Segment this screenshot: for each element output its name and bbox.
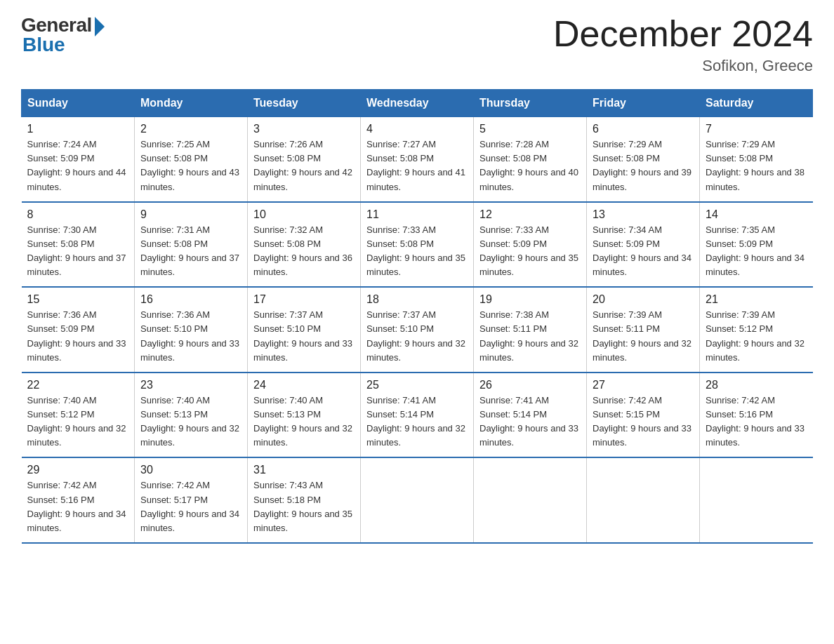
day-number: 7 <box>706 123 807 135</box>
day-info: Sunrise: 7:29 AMSunset: 5:08 PMDaylight:… <box>593 139 691 192</box>
day-number: 30 <box>140 464 241 476</box>
calendar-cell: 18 Sunrise: 7:37 AMSunset: 5:10 PMDaylig… <box>361 287 474 373</box>
day-number: 28 <box>706 379 807 391</box>
calendar-week-row: 15 Sunrise: 7:36 AMSunset: 5:09 PMDaylig… <box>22 287 813 373</box>
calendar-cell: 20 Sunrise: 7:39 AMSunset: 5:11 PMDaylig… <box>587 287 700 373</box>
day-number: 8 <box>27 208 129 221</box>
day-info: Sunrise: 7:30 AMSunset: 5:08 PMDaylight:… <box>27 224 126 277</box>
day-info: Sunrise: 7:42 AMSunset: 5:15 PMDaylight:… <box>593 395 691 448</box>
day-info: Sunrise: 7:42 AMSunset: 5:16 PMDaylight:… <box>706 395 805 448</box>
column-header-friday: Friday <box>587 90 700 117</box>
calendar-cell: 14 Sunrise: 7:35 AMSunset: 5:09 PMDaylig… <box>700 202 813 288</box>
day-number: 15 <box>27 293 129 306</box>
calendar-cell: 23 Sunrise: 7:40 AMSunset: 5:13 PMDaylig… <box>135 373 248 458</box>
calendar-cell: 5 Sunrise: 7:28 AMSunset: 5:08 PMDayligh… <box>474 117 587 202</box>
day-info: Sunrise: 7:28 AMSunset: 5:08 PMDaylight:… <box>479 139 578 192</box>
day-number: 9 <box>140 208 241 221</box>
calendar-table: SundayMondayTuesdayWednesdayThursdayFrid… <box>21 89 813 544</box>
calendar-cell: 27 Sunrise: 7:42 AMSunset: 5:15 PMDaylig… <box>587 373 700 458</box>
column-header-wednesday: Wednesday <box>361 90 474 117</box>
calendar-week-row: 22 Sunrise: 7:40 AMSunset: 5:12 PMDaylig… <box>22 373 813 458</box>
day-info: Sunrise: 7:37 AMSunset: 5:10 PMDaylight:… <box>366 309 465 362</box>
calendar-cell <box>700 457 813 543</box>
day-info: Sunrise: 7:33 AMSunset: 5:09 PMDaylight:… <box>479 224 578 277</box>
day-info: Sunrise: 7:41 AMSunset: 5:14 PMDaylight:… <box>366 395 465 448</box>
day-number: 25 <box>366 379 468 391</box>
day-number: 18 <box>366 293 468 306</box>
day-info: Sunrise: 7:37 AMSunset: 5:10 PMDaylight:… <box>253 309 352 362</box>
calendar-cell: 17 Sunrise: 7:37 AMSunset: 5:10 PMDaylig… <box>248 287 361 373</box>
day-info: Sunrise: 7:38 AMSunset: 5:11 PMDaylight:… <box>479 309 578 362</box>
day-info: Sunrise: 7:35 AMSunset: 5:09 PMDaylight:… <box>706 224 805 277</box>
logo-arrow-icon <box>95 17 105 36</box>
calendar-cell: 19 Sunrise: 7:38 AMSunset: 5:11 PMDaylig… <box>474 287 587 373</box>
calendar-cell: 21 Sunrise: 7:39 AMSunset: 5:12 PMDaylig… <box>700 287 813 373</box>
day-info: Sunrise: 7:33 AMSunset: 5:08 PMDaylight:… <box>366 224 465 277</box>
calendar-cell: 30 Sunrise: 7:42 AMSunset: 5:17 PMDaylig… <box>135 457 248 543</box>
day-info: Sunrise: 7:24 AMSunset: 5:09 PMDaylight:… <box>27 139 126 192</box>
logo: General Blue <box>21 14 105 56</box>
calendar-cell: 11 Sunrise: 7:33 AMSunset: 5:08 PMDaylig… <box>361 202 474 288</box>
day-number: 24 <box>253 379 355 391</box>
day-info: Sunrise: 7:40 AMSunset: 5:12 PMDaylight:… <box>27 395 126 448</box>
calendar-cell: 13 Sunrise: 7:34 AMSunset: 5:09 PMDaylig… <box>587 202 700 288</box>
calendar-cell <box>587 457 700 543</box>
column-header-saturday: Saturday <box>700 90 813 117</box>
calendar-header-row: SundayMondayTuesdayWednesdayThursdayFrid… <box>22 90 813 117</box>
calendar-cell: 26 Sunrise: 7:41 AMSunset: 5:14 PMDaylig… <box>474 373 587 458</box>
calendar-cell: 3 Sunrise: 7:26 AMSunset: 5:08 PMDayligh… <box>248 117 361 202</box>
day-info: Sunrise: 7:27 AMSunset: 5:08 PMDaylight:… <box>366 139 465 192</box>
calendar-cell: 2 Sunrise: 7:25 AMSunset: 5:08 PMDayligh… <box>135 117 248 202</box>
day-number: 23 <box>140 379 241 391</box>
day-info: Sunrise: 7:39 AMSunset: 5:12 PMDaylight:… <box>706 309 805 362</box>
day-info: Sunrise: 7:42 AMSunset: 5:17 PMDaylight:… <box>140 480 239 532</box>
calendar-cell <box>474 457 587 543</box>
day-number: 20 <box>593 293 694 306</box>
day-number: 29 <box>27 464 129 476</box>
day-info: Sunrise: 7:40 AMSunset: 5:13 PMDaylight:… <box>140 395 239 448</box>
logo-blue-text: Blue <box>22 34 65 56</box>
calendar-cell: 4 Sunrise: 7:27 AMSunset: 5:08 PMDayligh… <box>361 117 474 202</box>
day-number: 13 <box>593 208 694 221</box>
day-number: 27 <box>593 379 694 391</box>
day-info: Sunrise: 7:36 AMSunset: 5:09 PMDaylight:… <box>27 309 126 362</box>
day-info: Sunrise: 7:31 AMSunset: 5:08 PMDaylight:… <box>140 224 239 277</box>
calendar-cell: 24 Sunrise: 7:40 AMSunset: 5:13 PMDaylig… <box>248 373 361 458</box>
day-number: 4 <box>366 123 468 135</box>
month-title: December 2024 <box>553 14 813 54</box>
calendar-week-row: 1 Sunrise: 7:24 AMSunset: 5:09 PMDayligh… <box>22 117 813 202</box>
calendar-cell: 9 Sunrise: 7:31 AMSunset: 5:08 PMDayligh… <box>135 202 248 288</box>
day-number: 11 <box>366 208 468 221</box>
calendar-cell <box>361 457 474 543</box>
calendar-cell: 31 Sunrise: 7:43 AMSunset: 5:18 PMDaylig… <box>248 457 361 543</box>
day-info: Sunrise: 7:43 AMSunset: 5:18 PMDaylight:… <box>253 480 352 532</box>
day-info: Sunrise: 7:36 AMSunset: 5:10 PMDaylight:… <box>140 309 239 362</box>
calendar-cell: 15 Sunrise: 7:36 AMSunset: 5:09 PMDaylig… <box>22 287 135 373</box>
calendar-cell: 1 Sunrise: 7:24 AMSunset: 5:09 PMDayligh… <box>22 117 135 202</box>
calendar-cell: 22 Sunrise: 7:40 AMSunset: 5:12 PMDaylig… <box>22 373 135 458</box>
day-number: 14 <box>706 208 807 221</box>
column-header-sunday: Sunday <box>22 90 135 117</box>
day-number: 31 <box>253 464 355 476</box>
calendar-cell: 8 Sunrise: 7:30 AMSunset: 5:08 PMDayligh… <box>22 202 135 288</box>
day-number: 6 <box>593 123 694 135</box>
calendar-cell: 25 Sunrise: 7:41 AMSunset: 5:14 PMDaylig… <box>361 373 474 458</box>
column-header-tuesday: Tuesday <box>248 90 361 117</box>
day-info: Sunrise: 7:32 AMSunset: 5:08 PMDaylight:… <box>253 224 352 277</box>
location: Sofikon, Greece <box>553 57 813 75</box>
day-number: 19 <box>479 293 581 306</box>
day-info: Sunrise: 7:29 AMSunset: 5:08 PMDaylight:… <box>706 139 805 192</box>
day-number: 5 <box>479 123 581 135</box>
calendar-week-row: 29 Sunrise: 7:42 AMSunset: 5:16 PMDaylig… <box>22 457 813 543</box>
day-info: Sunrise: 7:39 AMSunset: 5:11 PMDaylight:… <box>593 309 691 362</box>
calendar-cell: 29 Sunrise: 7:42 AMSunset: 5:16 PMDaylig… <box>22 457 135 543</box>
day-number: 26 <box>479 379 581 391</box>
title-block: December 2024 Sofikon, Greece <box>553 14 813 75</box>
calendar-cell: 6 Sunrise: 7:29 AMSunset: 5:08 PMDayligh… <box>587 117 700 202</box>
day-number: 16 <box>140 293 241 306</box>
day-number: 10 <box>253 208 355 221</box>
calendar-cell: 16 Sunrise: 7:36 AMSunset: 5:10 PMDaylig… <box>135 287 248 373</box>
day-number: 12 <box>479 208 581 221</box>
day-number: 2 <box>140 123 241 135</box>
day-info: Sunrise: 7:40 AMSunset: 5:13 PMDaylight:… <box>253 395 352 448</box>
